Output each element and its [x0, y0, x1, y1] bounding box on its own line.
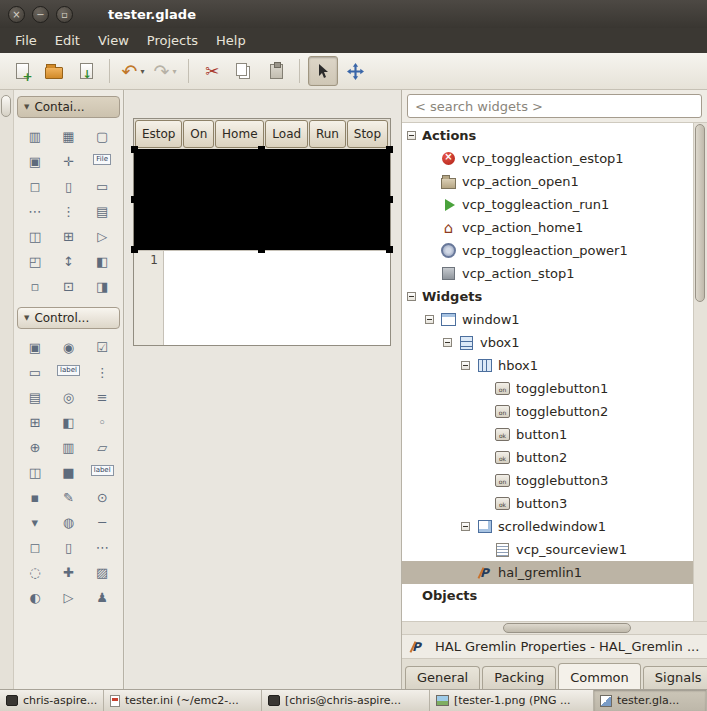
- palette-widget-icon[interactable]: ⋯: [92, 540, 112, 555]
- preview-button-load[interactable]: Load: [265, 120, 308, 148]
- expander-minus-icon[interactable]: [461, 522, 470, 531]
- new-file-button[interactable]: [7, 56, 37, 86]
- palette-widget-icon[interactable]: ✛: [58, 154, 78, 169]
- tree-node-togglebutton3[interactable]: togglebutton3: [402, 469, 693, 492]
- palette-widget-icon[interactable]: ▣: [25, 340, 45, 355]
- palette-widget-icon[interactable]: ▪: [25, 490, 45, 505]
- selection-handle[interactable]: [258, 246, 265, 253]
- palette-widget-icon[interactable]: ⊞: [25, 415, 45, 430]
- palette-widget-icon[interactable]: label: [57, 365, 80, 376]
- palette-widget-icon[interactable]: ▷: [92, 229, 112, 244]
- palette-widget-icon[interactable]: ◰: [25, 254, 45, 269]
- drag-resize-button[interactable]: [340, 56, 370, 86]
- tree-node-vcp-action-open1[interactable]: vcp_action_open1: [402, 170, 693, 193]
- selector-button[interactable]: [308, 56, 338, 86]
- palette-scrollbar[interactable]: [0, 90, 14, 689]
- preview-button-stop[interactable]: Stop: [347, 120, 388, 148]
- tree-horizontal-scrollbar[interactable]: [402, 621, 707, 634]
- palette-widget-icon[interactable]: ◉: [58, 340, 78, 355]
- taskbar-item-chris-chris-aspire[interactable]: [chris@chris-aspire...: [262, 690, 430, 711]
- palette-widget-icon[interactable]: ◍: [58, 515, 78, 530]
- menu-view[interactable]: View: [89, 30, 138, 51]
- tree-node-vcp-action-home1[interactable]: vcp_action_home1: [402, 216, 693, 239]
- expander-minus-icon[interactable]: [407, 292, 416, 301]
- menu-help[interactable]: Help: [207, 30, 255, 51]
- tree-node-vcp-sourceview1[interactable]: vcp_sourceview1: [402, 538, 693, 561]
- tree-node-hbox1[interactable]: hbox1: [402, 354, 693, 377]
- tree-node-vcp-toggleaction-estop1[interactable]: vcp_toggleaction_estop1: [402, 147, 693, 170]
- palette-widget-icon[interactable]: ≡: [92, 390, 112, 405]
- palette-widget-icon[interactable]: ⊡: [58, 279, 78, 294]
- preview-button-home[interactable]: Home: [215, 120, 264, 148]
- tree-vertical-scrollbar-thumb[interactable]: [695, 124, 705, 302]
- palette-widget-icon[interactable]: ▱: [92, 440, 112, 455]
- open-button[interactable]: [39, 56, 69, 86]
- undo-menu-icon[interactable]: ▾: [140, 67, 144, 76]
- palette-widget-icon[interactable]: ▣: [25, 154, 45, 169]
- tree-node-togglebutton2[interactable]: togglebutton2: [402, 400, 693, 423]
- palette-widget-icon[interactable]: ▯: [58, 179, 78, 194]
- tab-common[interactable]: Common: [558, 663, 641, 689]
- palette-widget-icon[interactable]: ◧: [92, 254, 112, 269]
- tree-node-vcp-toggleaction-power1[interactable]: vcp_toggleaction_power1: [402, 239, 693, 262]
- palette-widget-icon[interactable]: ▤: [92, 204, 112, 219]
- tree-node-objects[interactable]: Objects: [402, 584, 693, 607]
- taskbar-item-tester-ini-emc2[interactable]: tester.ini (~/emc2-...: [104, 690, 262, 711]
- redo-menu-icon[interactable]: ▾: [172, 67, 176, 76]
- palette-scrollbar-thumb[interactable]: [1, 95, 11, 117]
- preview-button-on[interactable]: On: [183, 120, 214, 148]
- palette-widget-icon[interactable]: ■: [58, 465, 78, 480]
- vcp-sourceview-widget[interactable]: 1: [134, 250, 390, 345]
- palette-widget-icon[interactable]: ⋮: [58, 204, 78, 219]
- palette-widget-icon[interactable]: ✎: [58, 490, 78, 505]
- tree-node-button2[interactable]: button2: [402, 446, 693, 469]
- palette-widget-icon[interactable]: ◧: [58, 415, 78, 430]
- selection-handle[interactable]: [131, 246, 138, 253]
- cut-button[interactable]: ✂: [197, 56, 227, 86]
- palette-widget-icon[interactable]: ⋯: [25, 204, 45, 219]
- palette-section-control[interactable]: ▼Control...: [17, 307, 120, 329]
- palette-widget-icon[interactable]: ▢: [92, 129, 112, 144]
- tree-node-button3[interactable]: button3: [402, 492, 693, 515]
- palette-widget-icon[interactable]: label: [91, 465, 114, 476]
- tree-node-vcp-action-stop1[interactable]: vcp_action_stop1: [402, 262, 693, 285]
- palette-widget-icon[interactable]: ▾: [25, 515, 45, 530]
- palette-widget-icon[interactable]: File: [93, 154, 111, 165]
- palette-widget-icon[interactable]: ▷: [58, 590, 78, 605]
- selection-handle[interactable]: [386, 196, 393, 203]
- tab-packing[interactable]: Packing: [482, 666, 556, 689]
- search-widgets-input[interactable]: [407, 94, 702, 118]
- expander-minus-icon[interactable]: [425, 315, 434, 324]
- taskbar-item-tester-gla[interactable]: tester.gla...: [594, 690, 707, 711]
- palette-widget-icon[interactable]: ◫: [25, 465, 45, 480]
- palette-widget-icon[interactable]: ◻: [25, 179, 45, 194]
- tree-node-window1[interactable]: window1: [402, 308, 693, 331]
- palette-widget-icon[interactable]: ▥: [25, 129, 45, 144]
- palette-widget-icon[interactable]: ▥: [58, 440, 78, 455]
- palette-widget-icon[interactable]: ⊞: [58, 229, 78, 244]
- palette-widget-icon[interactable]: ◦: [92, 415, 112, 430]
- preview-button-run[interactable]: Run: [309, 120, 346, 148]
- tab-general[interactable]: General: [405, 666, 480, 689]
- save-button[interactable]: [71, 56, 101, 86]
- tree-node-widgets[interactable]: Widgets: [402, 285, 693, 308]
- palette-widget-icon[interactable]: ▨: [92, 565, 112, 580]
- palette-widget-icon[interactable]: ◌: [25, 565, 45, 580]
- palette-widget-icon[interactable]: ◨: [92, 279, 112, 294]
- tree-node-scrolledwindow1[interactable]: scrolledwindow1: [402, 515, 693, 538]
- selection-handle[interactable]: [258, 146, 265, 153]
- palette-widget-icon[interactable]: ↕: [58, 254, 78, 269]
- window1-preview[interactable]: EstopOnHomeLoadRunStop 1: [133, 118, 391, 346]
- selection-handle[interactable]: [386, 146, 393, 153]
- palette-section-contai[interactable]: ▼Contai...: [17, 96, 120, 118]
- palette-widget-icon[interactable]: ☑: [92, 340, 112, 355]
- expander-minus-icon[interactable]: [407, 131, 416, 140]
- tree-node-vbox1[interactable]: vbox1: [402, 331, 693, 354]
- minimize-button[interactable]: −: [32, 6, 49, 23]
- expander-minus-icon[interactable]: [443, 338, 452, 347]
- palette-widget-icon[interactable]: ▦: [58, 129, 78, 144]
- paste-button[interactable]: [261, 56, 291, 86]
- palette-widget-icon[interactable]: ⊕: [25, 440, 45, 455]
- palette-widget-icon[interactable]: ♟: [92, 590, 112, 605]
- tree-node-togglebutton1[interactable]: togglebutton1: [402, 377, 693, 400]
